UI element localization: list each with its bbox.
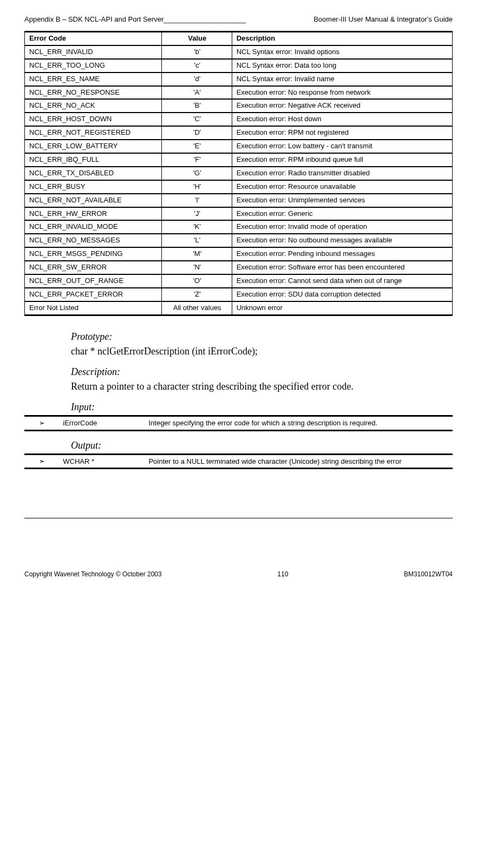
cell-name: WCHAR * bbox=[58, 454, 144, 469]
table-row: NCL_ERR_LOW_BATTERY'E'Execution error: L… bbox=[25, 140, 453, 153]
cell-description: Execution error: No outbound messages av… bbox=[232, 234, 452, 247]
cell-description: Execution error: Low battery - can't tra… bbox=[232, 140, 452, 153]
cell-description: NCL Syntax error: Data too long bbox=[232, 59, 452, 73]
cell-description: Execution error: Unimplemented services bbox=[232, 194, 452, 207]
cell-value: 'F' bbox=[161, 153, 232, 167]
cell-description: Execution error: RPM not registered bbox=[232, 126, 452, 140]
table-row: NCL_ERR_NO_MESSAGES'L'Execution error: N… bbox=[25, 234, 453, 247]
cell-value: 'I' bbox=[161, 194, 232, 207]
table-row: NCL_ERR_BUSY'H'Execution error: Resource… bbox=[25, 180, 453, 194]
cell-description: Execution error: Cannot send data when o… bbox=[232, 274, 452, 288]
error-code-table: Error Code Value Description NCL_ERR_INV… bbox=[24, 31, 453, 316]
cell-error-code: NCL_ERR_INVALID_MODE bbox=[25, 220, 162, 234]
cell-error-code: NCL_ERR_SW_ERROR bbox=[25, 261, 162, 274]
table-row: NCL_ERR_INVALID'b'NCL Syntax error: Inva… bbox=[25, 45, 453, 59]
cell-error-code: NCL_ERR_IBQ_FULL bbox=[25, 153, 162, 167]
cell-value: 'A' bbox=[161, 86, 232, 100]
input-heading: Input: bbox=[71, 402, 453, 413]
cell-description: Execution error: Software error has been… bbox=[232, 261, 452, 274]
cell-error-code: NCL_ERR_NOT_REGISTERED bbox=[25, 126, 162, 140]
cell-error-code: NCL_ERR_ES_NAME bbox=[25, 73, 162, 86]
cell-desc: Integer specifying the error code for wh… bbox=[144, 416, 453, 431]
table-row: NCL_ERR_TOO_LONG'c'NCL Syntax error: Dat… bbox=[25, 59, 453, 73]
cell-error-code: NCL_ERR_HW_ERROR bbox=[25, 207, 162, 221]
input-row: ➢iErrorCodeInteger specifying the error … bbox=[24, 416, 453, 431]
cell-error-code: NCL_ERR_NOT_AVAILABLE bbox=[25, 194, 162, 207]
footer-center: 110 bbox=[277, 570, 288, 578]
cell-arrow: ➢ bbox=[24, 416, 58, 431]
page-header: Appendix B – SDK NCL-API and Port Server… bbox=[24, 15, 453, 23]
table-row: NCL_ERR_HOST_DOWN'C'Execution error: Hos… bbox=[25, 113, 453, 126]
cell-value: 'N' bbox=[161, 261, 232, 274]
cell-value: 'M' bbox=[161, 247, 232, 261]
col-description: Description bbox=[232, 32, 452, 45]
table-row: NCL_ERR_TX_DISABLED'G'Execution error: R… bbox=[25, 167, 453, 180]
cell-value: 'B' bbox=[161, 99, 232, 113]
cell-description: NCL Syntax error: Invalid name bbox=[232, 73, 452, 86]
footer-left: Copyright Wavenet Technology © October 2… bbox=[24, 570, 162, 578]
description-text: Return a pointer to a character string d… bbox=[71, 380, 447, 393]
table-row: NCL_ERR_MSGS_PENDING'M'Execution error: … bbox=[25, 247, 453, 261]
prototype-heading: Prototype: bbox=[71, 331, 453, 343]
cell-name: iErrorCode bbox=[58, 416, 144, 431]
cell-error-code: NCL_ERR_MSGS_PENDING bbox=[25, 247, 162, 261]
cell-description: Execution error: Host down bbox=[232, 113, 452, 126]
prototype-text: char * nclGetErrorDescription (int iErro… bbox=[71, 345, 447, 358]
cell-value: 'c' bbox=[161, 59, 232, 73]
cell-error-code: NCL_ERR_BUSY bbox=[25, 180, 162, 194]
input-table: ➢iErrorCodeInteger specifying the error … bbox=[24, 415, 453, 431]
cell-arrow: ➣ bbox=[24, 454, 58, 469]
cell-description: Execution error: Radio transmitter disab… bbox=[232, 167, 452, 180]
cell-value: All other values bbox=[161, 301, 232, 315]
description-heading: Description: bbox=[71, 366, 453, 378]
cell-value: 'd' bbox=[161, 73, 232, 86]
cell-error-code: NCL_ERR_OUT_OF_RANGE bbox=[25, 274, 162, 288]
table-row: NCL_ERR_INVALID_MODE'K'Execution error: … bbox=[25, 220, 453, 234]
col-error-code: Error Code bbox=[25, 32, 162, 45]
cell-value: 'C' bbox=[161, 113, 232, 126]
cell-value: 'D' bbox=[161, 126, 232, 140]
table-row: Error Not ListedAll other valuesUnknown … bbox=[25, 301, 453, 315]
page-footer: Copyright Wavenet Technology © October 2… bbox=[24, 567, 453, 578]
cell-description: Execution error: RPM inbound queue full bbox=[232, 153, 452, 167]
cell-value: 'E' bbox=[161, 140, 232, 153]
output-row: ➣WCHAR *Pointer to a NULL terminated wid… bbox=[24, 454, 453, 469]
footer-rule bbox=[24, 518, 453, 518]
cell-description: Execution error: Generic bbox=[232, 207, 452, 221]
cell-value: 'O' bbox=[161, 274, 232, 288]
cell-desc: Pointer to a NULL terminated wide charac… bbox=[144, 454, 453, 469]
cell-error-code: NCL_ERR_TX_DISABLED bbox=[25, 167, 162, 180]
table-row: NCL_ERR_NOT_AVAILABLE'I'Execution error:… bbox=[25, 194, 453, 207]
table-header-row: Error Code Value Description bbox=[25, 32, 453, 45]
table-row: NCL_ERR_PACKET_ERROR'Z'Execution error: … bbox=[25, 288, 453, 301]
table-row: NCL_ERR_NO_RESPONSE'A'Execution error: N… bbox=[25, 86, 453, 100]
cell-value: 'K' bbox=[161, 220, 232, 234]
cell-value: 'J' bbox=[161, 207, 232, 221]
cell-value: 'H' bbox=[161, 180, 232, 194]
table-row: NCL_ERR_NOT_REGISTERED'D'Execution error… bbox=[25, 126, 453, 140]
table-row: NCL_ERR_OUT_OF_RANGE'O'Execution error: … bbox=[25, 274, 453, 288]
cell-error-code: NCL_ERR_NO_ACK bbox=[25, 99, 162, 113]
cell-value: 'L' bbox=[161, 234, 232, 247]
table-row: NCL_ERR_SW_ERROR'N'Execution error: Soft… bbox=[25, 261, 453, 274]
cell-description: Execution error: SDU data corruption det… bbox=[232, 288, 452, 301]
cell-description: Execution error: No response from networ… bbox=[232, 86, 452, 100]
table-row: NCL_ERR_IBQ_FULL'F'Execution error: RPM … bbox=[25, 153, 453, 167]
cell-error-code: NCL_ERR_NO_MESSAGES bbox=[25, 234, 162, 247]
output-table: ➣WCHAR *Pointer to a NULL terminated wid… bbox=[24, 453, 453, 470]
table-row: NCL_ERR_HW_ERROR'J'Execution error: Gene… bbox=[25, 207, 453, 221]
footer-right: BM310012WT04 bbox=[404, 570, 453, 578]
cell-error-code: NCL_ERR_HOST_DOWN bbox=[25, 113, 162, 126]
cell-description: Execution error: Invalid mode of operati… bbox=[232, 220, 452, 234]
cell-value: 'Z' bbox=[161, 288, 232, 301]
cell-error-code: NCL_ERR_NO_RESPONSE bbox=[25, 86, 162, 100]
cell-description: Unknown error bbox=[232, 301, 452, 315]
col-value: Value bbox=[161, 32, 232, 45]
cell-description: NCL Syntax error: Invalid options bbox=[232, 45, 452, 59]
cell-description: Execution error: Resource unavailable bbox=[232, 180, 452, 194]
table-row: NCL_ERR_ES_NAME'd'NCL Syntax error: Inva… bbox=[25, 73, 453, 86]
table-row: NCL_ERR_NO_ACK'B'Execution error: Negati… bbox=[25, 99, 453, 113]
cell-error-code: NCL_ERR_PACKET_ERROR bbox=[25, 288, 162, 301]
cell-description: Execution error: Pending inbound message… bbox=[232, 247, 452, 261]
cell-description: Execution error: Negative ACK received bbox=[232, 99, 452, 113]
